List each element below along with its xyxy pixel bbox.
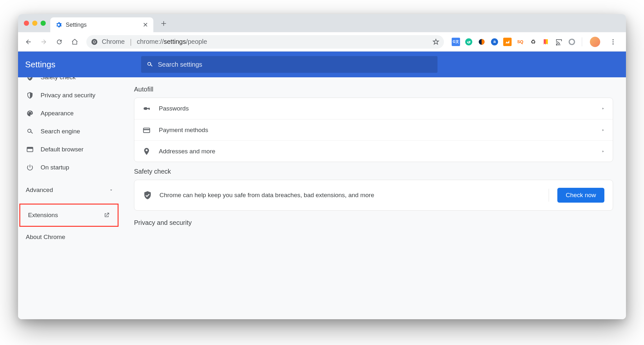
url-text: chrome://settings/people — [137, 38, 207, 45]
svg-rect-16 — [143, 129, 150, 130]
svg-rect-15 — [143, 128, 150, 132]
svg-text:a: a — [493, 39, 496, 44]
extension-grammarly-icon[interactable] — [465, 38, 473, 46]
sidebar-item-label: Default browser — [41, 146, 83, 153]
check-now-button[interactable]: Check now — [557, 188, 604, 203]
toolbar-separator — [582, 37, 582, 46]
reload-button[interactable] — [53, 35, 66, 48]
sidebar-item-privacy[interactable]: Privacy and security — [18, 86, 121, 104]
extension-cast-icon[interactable] — [555, 38, 563, 46]
shield-icon — [26, 91, 34, 100]
url-separator: | — [130, 38, 132, 46]
settings-search[interactable] — [141, 56, 437, 73]
svg-point-9 — [612, 43, 614, 44]
autofill-row-passwords[interactable]: Passwords — [134, 98, 613, 119]
url-host: settings — [164, 38, 186, 45]
sidebar-item-label: Safety check — [41, 77, 76, 81]
extension-amazon-icon[interactable]: a — [490, 38, 499, 46]
browser-toolbar: Chrome | chrome://settings/people G文 a S… — [18, 32, 626, 52]
minimize-window-button[interactable] — [32, 21, 37, 26]
section-title-autofill: Autofill — [134, 86, 613, 93]
extension-seoquake-icon[interactable]: SQ — [516, 38, 524, 46]
forward-button[interactable] — [37, 35, 50, 48]
autofill-row-addresses[interactable]: Addresses and more — [134, 140, 613, 162]
svg-rect-11 — [27, 147, 33, 149]
sidebar-item-label: Appearance — [41, 110, 73, 117]
key-icon — [142, 104, 151, 113]
autofill-row-payment[interactable]: Payment methods — [134, 119, 613, 140]
open-in-new-icon — [103, 212, 110, 218]
shield-check-icon — [143, 190, 152, 200]
settings-sidebar: Safety check Privacy and security Appear… — [18, 77, 121, 319]
safety-check-card: Chrome can help keep you safe from data … — [134, 180, 613, 211]
maximize-window-button[interactable] — [41, 21, 46, 26]
sidebar-item-label: Privacy and security — [41, 92, 95, 99]
address-bar[interactable]: Chrome | chrome://settings/people — [86, 35, 444, 49]
extension-icons: G文 a SQ ♻ — [449, 35, 622, 48]
shield-check-icon — [26, 77, 34, 81]
safety-message: Chrome can help keep you safe from data … — [159, 192, 538, 199]
close-tab-icon[interactable]: ✕ — [143, 21, 148, 29]
svg-rect-14 — [149, 108, 150, 110]
autofill-card: Passwords Payment methods Addresses and … — [134, 98, 613, 162]
sidebar-item-appearance[interactable]: Appearance — [18, 104, 121, 122]
svg-point-7 — [612, 39, 614, 40]
search-icon — [146, 61, 153, 68]
sidebar-item-search-engine[interactable]: Search engine — [18, 122, 121, 140]
row-label: Payment methods — [159, 127, 593, 134]
search-input[interactable] — [158, 61, 432, 68]
palette-icon — [26, 109, 34, 118]
window-controls — [24, 21, 46, 26]
sidebar-item-label: On startup — [41, 164, 69, 171]
home-button[interactable] — [68, 35, 81, 48]
browser-window: Settings ✕ ＋ Chrome — [18, 14, 626, 319]
row-label: Addresses and more — [159, 148, 593, 155]
menu-button[interactable] — [607, 35, 620, 48]
row-label: Passwords — [159, 105, 593, 112]
chevron-right-icon — [601, 149, 605, 153]
sidebar-item-about[interactable]: About Chrome — [18, 228, 121, 246]
credit-card-icon — [142, 126, 151, 135]
svg-point-2 — [93, 41, 95, 43]
section-title-safety: Safety check — [134, 168, 613, 175]
sidebar-item-default-browser[interactable]: Default browser — [18, 140, 121, 158]
url-product-label: Chrome — [102, 38, 125, 45]
location-pin-icon — [142, 147, 151, 156]
back-button[interactable] — [22, 35, 35, 48]
sidebar-about-label: About Chrome — [26, 234, 65, 241]
chevron-down-icon — [109, 188, 113, 192]
extension-translate-icon[interactable]: G文 — [452, 38, 460, 46]
bookmark-star-icon[interactable] — [432, 38, 439, 45]
extension-similarweb-icon[interactable] — [477, 38, 486, 46]
extension-circle-icon[interactable] — [568, 38, 576, 46]
sidebar-item-extensions[interactable]: Extensions — [19, 204, 119, 227]
browser-tab[interactable]: Settings ✕ — [50, 17, 153, 32]
settings-body: Safety check Privacy and security Appear… — [18, 77, 626, 319]
sidebar-item-label: Search engine — [41, 128, 80, 135]
magnifier-icon — [26, 127, 34, 136]
power-icon — [26, 163, 34, 172]
extension-analytics-icon[interactable] — [503, 38, 512, 46]
sidebar-item-on-startup[interactable]: On startup — [18, 158, 121, 177]
sidebar-item-safety-check[interactable]: Safety check — [18, 77, 121, 86]
url-path: /people — [186, 38, 207, 45]
section-title-privacy: Privacy and security — [134, 219, 613, 226]
sidebar-advanced-label: Advanced — [26, 187, 53, 194]
svg-point-8 — [612, 41, 614, 43]
extension-bookmark-icon[interactable] — [542, 38, 550, 46]
tab-title: Settings — [66, 22, 139, 28]
svg-point-6 — [569, 39, 575, 44]
profile-avatar[interactable] — [590, 37, 600, 47]
new-tab-button[interactable]: ＋ — [159, 17, 168, 29]
chevron-right-icon — [601, 107, 605, 110]
chrome-icon — [91, 38, 98, 45]
close-window-button[interactable] — [24, 21, 29, 26]
card-divider — [549, 189, 549, 202]
browser-window-icon — [26, 145, 34, 154]
extension-recycle-icon[interactable]: ♻ — [529, 38, 537, 46]
sidebar-advanced-toggle[interactable]: Advanced — [18, 181, 121, 199]
tab-strip: Settings ✕ ＋ — [18, 14, 626, 32]
chevron-right-icon — [601, 128, 605, 132]
sidebar-bottom: Extensions About Chrome — [18, 204, 121, 246]
svg-point-12 — [144, 107, 146, 110]
